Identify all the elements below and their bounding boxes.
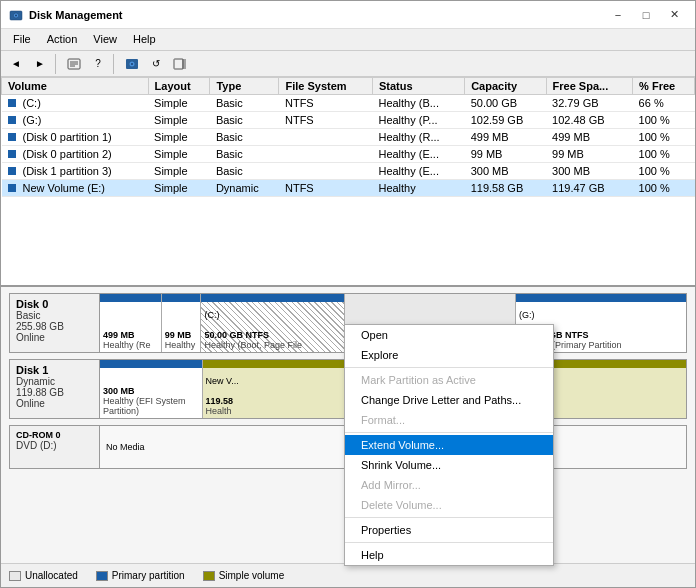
table-cell: 99 MB	[546, 146, 633, 163]
maximize-button[interactable]: □	[633, 6, 659, 24]
table-cell: Basic	[210, 146, 279, 163]
no-media-label: No Media	[106, 442, 145, 452]
legend-primary-box	[96, 571, 108, 581]
context-menu-separator	[345, 432, 553, 433]
part-size: 499 MB	[103, 330, 158, 340]
part-top-bar	[516, 294, 686, 302]
properties-button[interactable]	[63, 54, 85, 74]
disk0-name: Disk 0	[16, 298, 93, 310]
disk0-partition-c[interactable]: (C:) 50.00 GB NTFS Healthy (Boot, Page F…	[201, 294, 345, 352]
table-cell: 100 %	[633, 112, 695, 129]
table-cell: 499 MB	[465, 129, 546, 146]
disk1-size: 119.88 GB	[16, 387, 93, 398]
cdrom0-name: CD-ROM 0	[16, 430, 93, 440]
table-cell: 119.47 GB	[546, 180, 633, 197]
disk-button[interactable]	[121, 54, 143, 74]
table-cell: (Disk 0 partition 2)	[2, 146, 149, 163]
context-menu-item: Format...	[345, 410, 553, 430]
disk0-partition-1[interactable]: 499 MB Healthy (Re	[100, 294, 162, 352]
col-pct: % Free	[633, 78, 695, 95]
col-status: Status	[372, 78, 464, 95]
col-layout: Layout	[148, 78, 210, 95]
disk1-partition-1[interactable]: 300 MB Healthy (EFI System Partition)	[100, 360, 203, 418]
context-menu-item[interactable]: Properties	[345, 520, 553, 540]
disk0-size: 255.98 GB	[16, 321, 93, 332]
table-row[interactable]: (C:)SimpleBasicNTFSHealthy (B...50.00 GB…	[2, 95, 695, 112]
context-menu-item: Mark Partition as Active	[345, 370, 553, 390]
context-menu-item[interactable]: Open	[345, 325, 553, 345]
disk1-name: Disk 1	[16, 364, 93, 376]
table-row[interactable]: New Volume (E:)SimpleDynamicNTFSHealthy1…	[2, 180, 695, 197]
table-cell: (Disk 0 partition 1)	[2, 129, 149, 146]
context-menu: OpenExploreMark Partition as ActiveChang…	[344, 324, 554, 566]
context-menu-item: Add Mirror...	[345, 475, 553, 495]
table-cell: 50.00 GB	[465, 95, 546, 112]
disk0-partition-2[interactable]: 99 MB Healthy	[162, 294, 202, 352]
svg-rect-10	[174, 59, 183, 69]
context-menu-item[interactable]: Change Drive Letter and Paths...	[345, 390, 553, 410]
table-row[interactable]: (Disk 1 partition 3)SimpleBasicHealthy (…	[2, 163, 695, 180]
table-row[interactable]: (Disk 0 partition 2)SimpleBasicHealthy (…	[2, 146, 695, 163]
help-button[interactable]: ?	[87, 54, 109, 74]
table-cell: Dynamic	[210, 180, 279, 197]
toolbar-separator-1	[55, 54, 59, 74]
table-cell: 66 %	[633, 95, 695, 112]
legend-unallocated-label: Unallocated	[25, 570, 78, 581]
table-cell: Healthy (R...	[372, 129, 464, 146]
table-cell: Simple	[148, 129, 210, 146]
table-cell: 100 %	[633, 163, 695, 180]
part-size: 99 MB	[165, 330, 198, 340]
part-top-bar	[100, 360, 202, 368]
refresh-button[interactable]: ↺	[145, 54, 167, 74]
disk-icon	[9, 8, 23, 22]
table-cell: Basic	[210, 163, 279, 180]
part-name: (G:)	[519, 310, 683, 320]
menu-action[interactable]: Action	[39, 31, 86, 48]
table-cell: 300 MB	[465, 163, 546, 180]
table-row[interactable]: (Disk 0 partition 1)SimpleBasicHealthy (…	[2, 129, 695, 146]
legend-unallocated: Unallocated	[9, 570, 78, 581]
context-menu-item[interactable]: Extend Volume...	[345, 435, 553, 455]
legend-simple-box	[203, 571, 215, 581]
menu-help[interactable]: Help	[125, 31, 164, 48]
table-cell: 119.58 GB	[465, 180, 546, 197]
svg-point-2	[15, 14, 17, 16]
title-bar: Disk Management − □ ✕	[1, 1, 695, 29]
col-capacity: Capacity	[465, 78, 546, 95]
close-button[interactable]: ✕	[661, 6, 687, 24]
table-cell	[279, 163, 372, 180]
menu-view[interactable]: View	[85, 31, 125, 48]
part-top-bar-blue	[201, 294, 344, 302]
table-cell: 300 MB	[546, 163, 633, 180]
part-name: (C:)	[204, 310, 341, 320]
context-menu-separator	[345, 367, 553, 368]
table-cell: (G:)	[2, 112, 149, 129]
settings-button[interactable]	[169, 54, 191, 74]
table-header-row: Volume Layout Type File System Status Ca…	[2, 78, 695, 95]
table-cell: New Volume (E:)	[2, 180, 149, 197]
context-menu-item[interactable]: Help	[345, 545, 553, 565]
minimize-button[interactable]: −	[605, 6, 631, 24]
part-status: Healthy	[165, 340, 198, 350]
table-cell	[279, 146, 372, 163]
table-cell: 100 %	[633, 180, 695, 197]
table-cell	[279, 129, 372, 146]
table-cell: 100 %	[633, 146, 695, 163]
legend-unallocated-box	[9, 571, 21, 581]
forward-button[interactable]: ►	[29, 54, 51, 74]
legend-simple: Simple volume	[203, 570, 285, 581]
part-size: 300 MB	[103, 386, 199, 396]
menu-file[interactable]: File	[5, 31, 39, 48]
table-cell: Simple	[148, 112, 210, 129]
disk1-status: Online	[16, 398, 93, 409]
part-size: 50.00 GB NTFS	[204, 330, 341, 340]
table-cell: Healthy (P...	[372, 112, 464, 129]
table-cell: 99 MB	[465, 146, 546, 163]
context-menu-item[interactable]: Explore	[345, 345, 553, 365]
context-menu-item[interactable]: Shrink Volume...	[345, 455, 553, 475]
legend-simple-label: Simple volume	[219, 570, 285, 581]
back-button[interactable]: ◄	[5, 54, 27, 74]
table-cell: Simple	[148, 180, 210, 197]
table-row[interactable]: (G:)SimpleBasicNTFSHealthy (P...102.59 G…	[2, 112, 695, 129]
disk1-type: Dynamic	[16, 376, 93, 387]
